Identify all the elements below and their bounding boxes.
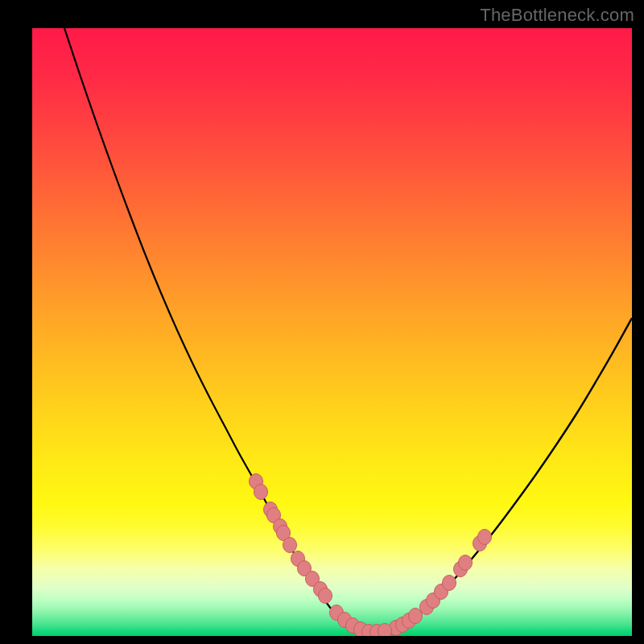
data-marker bbox=[443, 576, 456, 591]
watermark-text: TheBottleneck.com bbox=[480, 5, 634, 26]
data-marker bbox=[319, 588, 332, 604]
right-curve bbox=[374, 318, 632, 633]
data-marker bbox=[283, 538, 297, 553]
data-marker bbox=[478, 530, 492, 545]
data-markers bbox=[250, 474, 492, 637]
data-marker bbox=[254, 485, 268, 500]
data-marker bbox=[378, 624, 392, 637]
chart-frame: TheBottleneck.com bbox=[0, 0, 644, 644]
plot-area bbox=[32, 28, 632, 636]
left-curve bbox=[64, 28, 374, 633]
chart-svg bbox=[32, 28, 632, 636]
data-marker bbox=[459, 555, 473, 571]
